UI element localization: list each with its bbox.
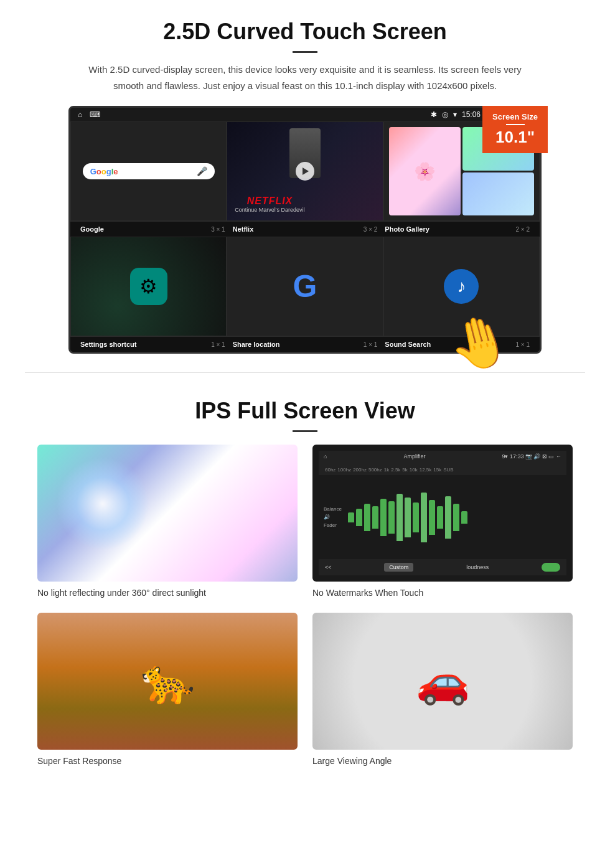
google-logo: Google [90,167,118,176]
google-size: 3 × 1 [211,226,225,233]
app-cell-share[interactable]: G [227,237,383,336]
amp-bar-8 [413,502,419,532]
feature-amplifier: ⌂ Amplifier 9▾ 17:33 📷 🔊 ⊠ ▭ ← 60hz100hz… [312,445,573,598]
settings-gear-icon: ⚙ [139,275,157,298]
app-label-gallery: Photo Gallery 2 × 2 [381,225,533,233]
ips-title-underline [293,430,317,432]
title-underline [293,51,317,53]
amp-home-icon: ⌂ [324,453,327,460]
gallery-thumb-1 [389,127,461,215]
page-title: 2.5D Curved Touch Screen [37,19,573,45]
app-cell-settings[interactable]: ⚙ [70,237,227,336]
amp-bar-2 [364,504,370,531]
amp-bar-12 [445,496,451,539]
amp-title: Amplifier [403,453,425,460]
cheetah-image: 🐆 [37,613,298,750]
location-icon: ◎ [442,110,448,119]
amp-bar-1 [356,509,362,526]
netflix-label-text: Netflix [233,225,254,233]
amp-toggle[interactable] [542,563,560,572]
google-search-bar[interactable]: Google 🎤 [83,163,215,179]
cheetah-caption: Super Fast Response [37,756,298,766]
amp-custom: Custom [384,563,413,572]
amp-bar-3 [372,506,378,529]
sunlight-image [37,445,298,582]
amp-freq-labels: 60hz100hz200hz500hz1k2.5k5k10k12.5k15kSU… [319,462,566,475]
mic-icon: 🎤 [197,166,207,176]
badge-size: 10.1" [492,128,538,147]
sunlight-caption: No light reflecting under 360° direct su… [37,588,298,598]
amp-side-labels: Balance 🔊 Fader [324,506,342,528]
app-label-netflix: Netflix 3 × 2 [229,225,382,233]
device-wrapper: Screen Size 10.1" ⌂ ⌨ ✱ ◎ ▾ 15:06 📷 🔊 ⊠ [68,106,542,354]
badge-line [506,124,525,125]
amplifier-caption: No Watermarks When Touch [312,588,573,598]
section-description: With 2.5D curved-display screen, this de… [87,62,523,93]
car-image: 🚗 [312,613,573,750]
gallery-thumb-3 [462,172,534,216]
amp-footer: << Custom loudness [319,559,566,575]
amp-controls: Balance 🔊 Fader [319,475,566,559]
app-label-settings: Settings shortcut 1 × 1 [77,341,229,348]
section-curved: 2.5D Curved Touch Screen With 2.5D curve… [0,0,610,366]
app-grid-top: Google 🎤 NETFLIX Continue Marvel's Dared… [70,121,540,221]
amp-bar-7 [405,498,411,537]
amp-bar-5 [388,501,395,534]
home-icon: ⌂ [78,110,82,119]
amp-bar-10 [429,500,435,535]
share-size: 1 × 1 [364,341,378,348]
amp-bar-9 [421,493,427,542]
netflix-size: 3 × 2 [364,226,378,233]
app-label-share: Share location 1 × 1 [229,341,382,348]
share-label: Share location [233,341,280,348]
sunlight-effect [56,457,149,550]
feature-sunlight: No light reflecting under 360° direct su… [37,445,298,598]
usb-icon: ⌨ [90,110,100,119]
app-cell-netflix[interactable]: NETFLIX Continue Marvel's Daredevil [227,121,383,221]
amp-bar-0 [348,512,354,522]
amp-bar-6 [396,494,403,541]
play-button[interactable] [296,162,314,181]
app-label-row-top: Google 3 × 1 Netflix 3 × 2 Photo Gallery… [70,221,540,237]
feature-cheetah: 🐆 Super Fast Response [37,613,298,766]
sound-label: Sound Search [385,341,431,348]
gallery-label: Photo Gallery [385,225,429,233]
amp-bar-4 [380,499,387,536]
netflix-subtitle: Continue Marvel's Daredevil [235,207,304,213]
amp-bar-14 [461,511,467,524]
app-label-google: Google 3 × 1 [77,225,229,233]
sound-icon: ♪ [444,269,479,304]
g-maps-logo: G [293,268,317,304]
settings-size: 1 × 1 [211,341,225,348]
car-caption: Large Viewing Angle [312,756,573,766]
amp-prev: << [325,564,332,570]
amp-loudness: loudness [466,564,489,570]
settings-icon-container: ⚙ [130,268,167,305]
gallery-size: 2 × 2 [515,226,530,233]
status-bar: ⌂ ⌨ ✱ ◎ ▾ 15:06 📷 🔊 ⊠ ▭ [70,108,540,121]
amp-status: 9▾ 17:33 📷 🔊 ⊠ ▭ ← [502,453,561,460]
badge-label: Screen Size [492,112,538,121]
amp-bars [348,493,561,542]
section-divider [25,372,585,373]
amp-bar-11 [437,506,443,529]
settings-label: Settings shortcut [80,341,136,348]
wifi-icon: ▾ [453,110,457,119]
netflix-logo: NETFLIX [235,196,304,207]
app-cell-google[interactable]: Google 🎤 [70,121,227,221]
amp-header: ⌂ Amplifier 9▾ 17:33 📷 🔊 ⊠ ▭ ← [319,451,566,462]
bluetooth-icon: ✱ [431,110,437,119]
ips-title: IPS Full Screen View [37,398,573,424]
feature-car: 🚗 Large Viewing Angle [312,613,573,766]
amp-bar-13 [453,504,459,531]
netflix-label: NETFLIX Continue Marvel's Daredevil [235,196,304,213]
sound-size: 1 × 1 [515,341,530,348]
status-bar-left: ⌂ ⌨ [78,110,100,119]
google-label: Google [80,225,104,233]
amplifier-image: ⌂ Amplifier 9▾ 17:33 📷 🔊 ⊠ ▭ ← 60hz100hz… [312,445,573,582]
time-display: 15:06 [462,110,481,119]
section-ips: IPS Full Screen View No light reflecting… [0,379,610,778]
feature-grid: No light reflecting under 360° direct su… [37,445,573,766]
screen-size-badge: Screen Size 10.1" [482,106,548,153]
amplifier-ui: ⌂ Amplifier 9▾ 17:33 📷 🔊 ⊠ ▭ ← 60hz100hz… [319,451,566,575]
